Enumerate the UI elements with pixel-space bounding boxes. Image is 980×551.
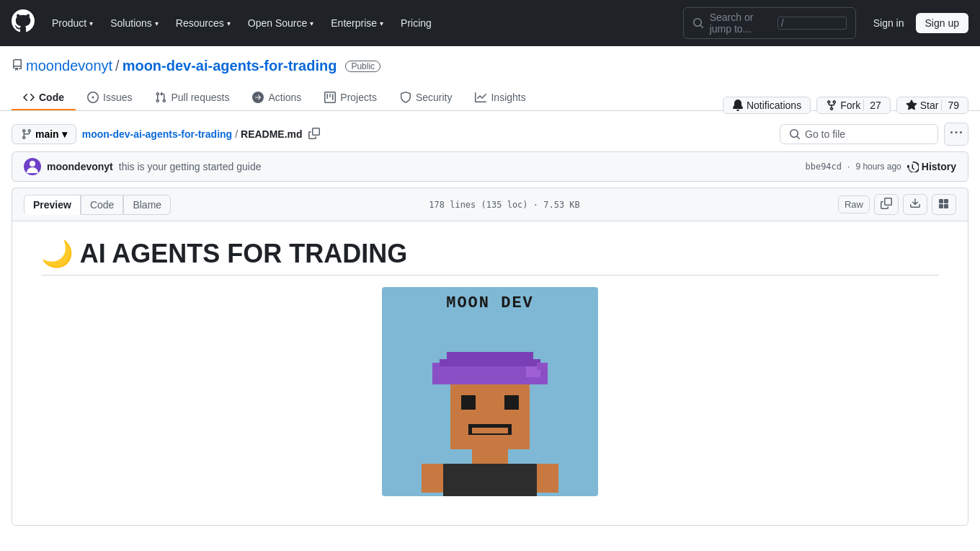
repo-icon (12, 59, 23, 74)
main-content: main ▾ moon-dev-ai-agents-for-trading / … (0, 111, 980, 526)
svg-point-0 (30, 161, 35, 167)
tab-actions[interactable]: Actions (241, 86, 313, 110)
solutions-dropdown-arrow: ▾ (155, 19, 159, 27)
resources-dropdown-arrow: ▾ (227, 19, 231, 27)
svg-rect-7 (461, 395, 476, 410)
raw-button[interactable]: Raw (838, 195, 870, 213)
pr-icon (155, 92, 166, 103)
branch-icon (21, 128, 32, 140)
moon-dev-image: MOON DEV (382, 287, 598, 496)
search-icon (692, 17, 704, 29)
insights-icon (475, 92, 486, 103)
signup-button[interactable]: Sign up (916, 13, 968, 33)
commit-left: moondevonyt this is your getting started… (24, 158, 261, 175)
repo-owner-link[interactable]: moondevonyt (26, 58, 112, 74)
path-separator: / (115, 58, 120, 74)
svg-rect-12 (443, 464, 537, 496)
security-icon (400, 92, 411, 103)
history-icon (907, 161, 919, 172)
projects-icon (324, 92, 336, 103)
svg-rect-11 (472, 449, 508, 464)
commit-time: 9 hours ago (855, 162, 901, 172)
goto-file-button[interactable]: Go to file (780, 124, 938, 144)
repo-path-link[interactable]: moon-dev-ai-agents-for-trading (82, 128, 232, 140)
commit-separator: · (847, 162, 850, 172)
star-button[interactable]: Star 79 (896, 97, 968, 114)
file-view-tabs: Preview Code Blame (24, 195, 171, 215)
visibility-badge: Public (345, 61, 380, 72)
copy-raw-button[interactable] (874, 194, 899, 215)
global-search[interactable]: Search or jump to... / (683, 7, 856, 39)
svg-rect-10 (472, 428, 508, 433)
commit-info-bar: moondevonyt this is your getting started… (12, 151, 968, 182)
pixel-art-svg (382, 323, 598, 496)
tab-code[interactable]: Code (12, 86, 76, 110)
file-meta: 178 lines (135 loc) · 7.53 KB (429, 200, 580, 210)
signin-button[interactable]: Sign in (868, 14, 910, 32)
star-icon (906, 100, 917, 111)
open-source-dropdown-arrow: ▾ (310, 19, 313, 27)
preview-tab[interactable]: Preview (24, 195, 81, 215)
nav-resources[interactable]: Resources ▾ (170, 13, 236, 33)
repo-actions: Notifications Fork 27 Star 79 (723, 97, 968, 114)
fork-button[interactable]: Fork 27 (816, 97, 891, 114)
commit-right: bbe94cd · 9 hours ago History (805, 161, 956, 172)
nav-pricing[interactable]: Pricing (395, 13, 437, 33)
star-count: 79 (941, 100, 959, 111)
svg-rect-14 (537, 464, 558, 493)
history-link[interactable]: History (907, 161, 956, 172)
file-toolbar: Preview Code Blame 178 lines (135 loc) ·… (12, 188, 968, 221)
svg-rect-6 (450, 384, 530, 449)
header: Product ▾ Solutions ▾ Resources ▾ Open S… (0, 0, 980, 46)
bell-icon (732, 100, 744, 111)
file-nav: main ▾ moon-dev-ai-agents-for-trading / … (0, 111, 980, 151)
branch-selector[interactable]: main ▾ (12, 124, 76, 144)
download-icon (909, 198, 921, 209)
readme-content: 🌙 AI AGENTS FOR TRADING MOON DEV (12, 221, 968, 526)
svg-rect-13 (422, 464, 443, 493)
current-file-name: README.md (241, 128, 303, 140)
repo-breadcrumb: moondevonyt / moon-dev-ai-agents-for-tra… (12, 58, 968, 74)
download-button[interactable] (903, 194, 927, 215)
commit-sha: bbe94cd (805, 162, 842, 172)
moon-dev-text: MOON DEV (446, 294, 534, 312)
more-options-icon (950, 127, 962, 138)
nav-product[interactable]: Product ▾ (46, 13, 99, 33)
main-nav: Product ▾ Solutions ▾ Resources ▾ Open S… (46, 13, 437, 33)
file-path-separator: / (235, 128, 238, 140)
tab-insights[interactable]: Insights (463, 86, 537, 110)
copy-path-icon[interactable] (308, 128, 320, 139)
svg-rect-8 (504, 395, 519, 410)
nav-solutions[interactable]: Solutions ▾ (104, 13, 164, 33)
tab-issues[interactable]: Issues (76, 86, 143, 110)
copy-icon (881, 198, 892, 209)
tab-security[interactable]: Security (388, 86, 464, 110)
tab-projects[interactable]: Projects (313, 86, 388, 110)
github-logo[interactable] (12, 9, 35, 37)
tab-pull-requests[interactable]: Pull requests (143, 86, 241, 110)
code-tab[interactable]: Code (81, 195, 123, 215)
enterprise-dropdown-arrow: ▾ (380, 19, 383, 27)
fork-count: 27 (863, 100, 881, 111)
code-icon (23, 92, 35, 103)
list-view-button[interactable] (932, 194, 956, 215)
product-dropdown-arrow: ▾ (89, 19, 93, 27)
repo-name-link[interactable]: moon-dev-ai-agents-for-trading (122, 58, 337, 74)
readme-image-container: MOON DEV (41, 287, 939, 496)
nav-open-source[interactable]: Open Source ▾ (242, 13, 320, 33)
repo-header: moondevonyt / moon-dev-ai-agents-for-tra… (0, 46, 980, 111)
list-icon (938, 198, 950, 209)
header-actions: Sign in Sign up (868, 13, 968, 33)
file-actions: Raw (838, 194, 956, 215)
search-shortcut: / (778, 17, 847, 30)
nav-enterprise[interactable]: Enterprise ▾ (325, 13, 389, 33)
goto-search-icon (789, 128, 801, 140)
blame-tab[interactable]: Blame (123, 195, 171, 215)
svg-rect-5 (537, 363, 548, 370)
readme-title: 🌙 AI AGENTS FOR TRADING (41, 239, 939, 276)
actions-icon (252, 92, 264, 103)
issue-icon (87, 92, 99, 103)
svg-rect-3 (440, 359, 540, 366)
notifications-button[interactable]: Notifications (723, 97, 811, 114)
more-options-button[interactable] (944, 123, 968, 146)
